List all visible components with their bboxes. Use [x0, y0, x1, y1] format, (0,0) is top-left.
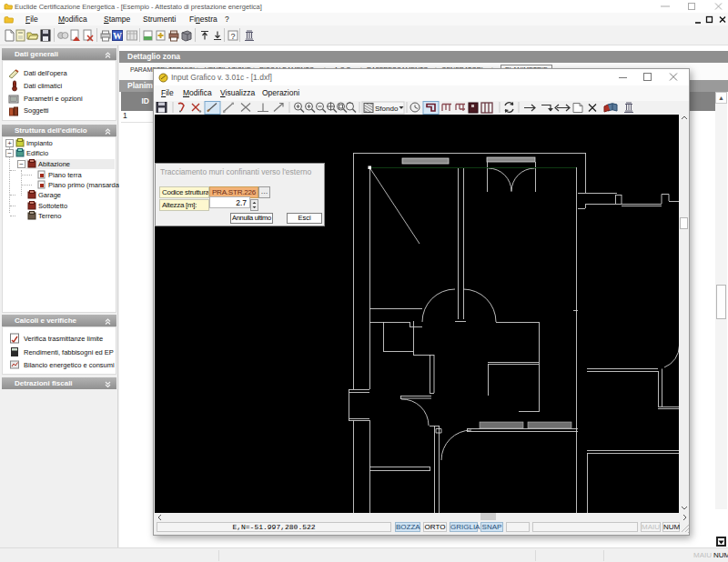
svg-text:W: W: [113, 31, 122, 41]
svg-text:?: ?: [230, 32, 235, 41]
svg-text:Sfondo: Sfondo: [375, 105, 399, 113]
